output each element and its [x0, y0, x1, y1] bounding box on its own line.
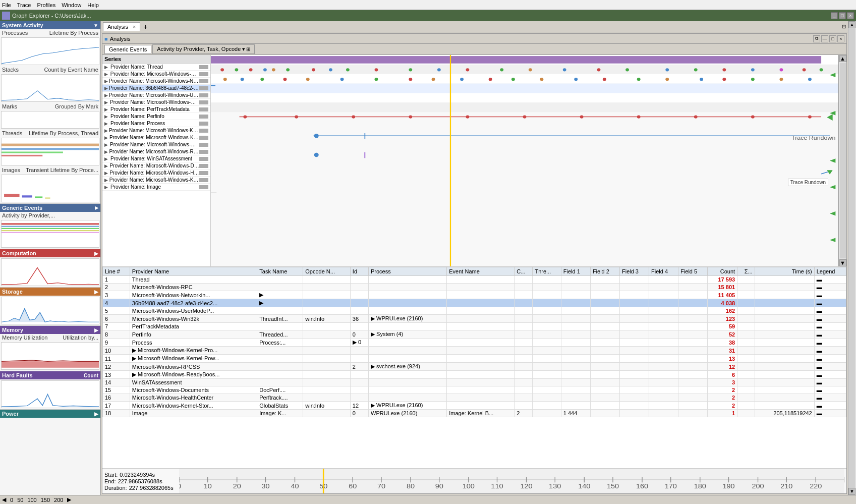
chart-scrollbar[interactable]: ▲ ▼ [838, 55, 846, 266]
col-header-11[interactable]: Field 3 [619, 267, 649, 276]
col-header-8[interactable]: Thre... [533, 267, 561, 276]
table-row-6[interactable]: 7PerfTrackMetadata59▬ [103, 323, 846, 330]
minimize-btn[interactable]: _ [831, 12, 838, 19]
col-header-12[interactable]: Field 4 [649, 267, 678, 276]
sidebar-toggle-storage[interactable]: ▶ [94, 289, 98, 295]
series-item-13[interactable]: ▶ Provider Name: WinSATAssessment [102, 155, 210, 162]
col-header-6[interactable]: Event Name [447, 267, 515, 276]
series-item-5[interactable]: ▶ Provider Name: Microsoft-Windows-Win32… [102, 99, 210, 106]
series-item-7[interactable]: ▶ Provider Name: Perfinfo [102, 113, 210, 120]
series-item-16[interactable]: ▶ Provider Name: Microsoft-Windows-Kerne… [102, 177, 210, 184]
col-header-16[interactable]: Time (s) [755, 267, 814, 276]
sidebar-toggle-generic[interactable]: ▶ [95, 205, 98, 210]
sidebar-toggle-power[interactable]: ▶ [94, 411, 98, 417]
table-row-8[interactable]: 9ProcessProcess:...▶ 038▬ [103, 339, 846, 347]
table-row-10[interactable]: 11▶ Microsoft-Windows-Kernel-Pow...13▬ [103, 355, 846, 363]
sidebar-collapse-system[interactable]: ▼ [93, 23, 98, 28]
sidebar-toggle-computation[interactable]: ▶ [94, 251, 98, 256]
series-expand-4[interactable]: ▶ [104, 93, 108, 98]
menu-file[interactable]: File [2, 2, 11, 8]
series-item-2[interactable]: ▶ Provider Name: Microsoft-Windows-Netwo… [102, 78, 210, 85]
tab-analysis[interactable]: Analysis × [103, 22, 140, 31]
sidebar-header-hard-faults[interactable]: Hard Faults Count [0, 371, 100, 379]
series-item-6[interactable]: ▶ Provider Name: PerfTrackMetadata [102, 106, 210, 113]
sidebar-header-power[interactable]: Power ▶ [0, 410, 100, 418]
main-scroll-down[interactable]: ▼ [848, 488, 855, 495]
series-expand-11[interactable]: ▶ [104, 142, 109, 147]
tab-new-btn[interactable]: + [143, 23, 147, 31]
table-row-11[interactable]: 12Microsoft-Windows-RPCSS2▶ svchost.exe … [103, 363, 846, 371]
table-row-5[interactable]: 6Microsoft-Windows-Win32kThreadInf...win… [103, 315, 846, 323]
scroll-up-btn[interactable]: ▲ [839, 55, 846, 62]
series-item-8[interactable]: ▶ Provider Name: Process [102, 120, 210, 127]
table-row-17[interactable]: 18ImageImage: K...0WPRUI.exe (2160)Image… [103, 410, 846, 417]
analysis-restore-btn[interactable]: ⧉ [813, 35, 820, 42]
table-row-14[interactable]: 15Microsoft-Windows-DocumentsDocPerf....… [103, 386, 846, 394]
series-expand-10[interactable]: ▶ [104, 135, 108, 140]
table-row-4[interactable]: 5Microsoft-Windows-UserModeP...162▬ [103, 307, 846, 315]
sidebar-header-computation[interactable]: Computation ▶ [0, 249, 100, 257]
table-row-3[interactable]: 436b6f488-aad7-48c2-afe3-d4ec2...▶4 038▬ [103, 299, 846, 307]
series-expand-5[interactable]: ▶ [104, 100, 109, 105]
series-expand-6[interactable]: ▶ [104, 107, 109, 112]
col-header-4[interactable]: Id [350, 267, 368, 276]
col-header-1[interactable]: Provider Name [130, 267, 257, 276]
menu-trace[interactable]: Trace [17, 2, 31, 8]
scroll-thumb[interactable] [840, 63, 846, 258]
col-header-15[interactable]: Σ... [737, 267, 755, 276]
table-row-12[interactable]: 13▶ Microsoft-Windows-ReadyBoos...6▬ [103, 371, 846, 379]
col-header-7[interactable]: C... [515, 267, 533, 276]
col-header-2[interactable]: Task Name [257, 267, 303, 276]
table-row-15[interactable]: 16Microsoft-Windows-HealthCenterPerftrac… [103, 394, 846, 402]
close-btn[interactable]: × [847, 12, 854, 19]
table-row-2[interactable]: 3Microsoft-Windows-Networkin...▶11 405▬ [103, 291, 846, 299]
tab-analysis-close[interactable]: × [133, 24, 136, 30]
col-header-5[interactable]: Process [369, 267, 447, 276]
series-expand-0[interactable]: ▶ [104, 65, 109, 70]
col-header-14[interactable]: Count [708, 267, 737, 276]
col-header-17[interactable]: Legend [814, 267, 846, 276]
status-nav-right[interactable]: ▶ [67, 496, 71, 503]
col-header-10[interactable]: Field 2 [590, 267, 619, 276]
sidebar-toggle-hard-faults[interactable]: Count [84, 373, 98, 378]
series-expand-16[interactable]: ▶ [104, 178, 108, 183]
series-expand-14[interactable]: ▶ [104, 163, 108, 169]
series-expand-8[interactable]: ▶ [104, 121, 109, 126]
series-expand-2[interactable]: ▶ [104, 79, 108, 84]
col-header-9[interactable]: Field 1 [561, 267, 590, 276]
series-expand-9[interactable]: ▶ [104, 128, 108, 133]
table-row-9[interactable]: 10▶ Microsoft-Windows-Kernel-Pro...31▬ [103, 347, 846, 355]
table-row-0[interactable]: 1Thread17 593▬ [103, 276, 846, 284]
analysis-close-btn[interactable]: × [837, 35, 844, 42]
series-item-10[interactable]: ▶ Provider Name: Microsoft-Windows-Kerne… [102, 134, 210, 141]
menu-window[interactable]: Window [62, 2, 81, 8]
table-row-16[interactable]: 17Microsoft-Windows-Kernel-Stor...Global… [103, 402, 846, 410]
status-nav-left[interactable]: ◀ [2, 496, 6, 503]
sidebar-toggle-memory[interactable]: ▶ [94, 327, 98, 333]
subtab-activity[interactable]: Activity by Provider, Task, Opcode ▾ ⊞ [152, 44, 255, 54]
series-item-12[interactable]: ▶ Provider Name: Microsoft-Windows-Ready… [102, 148, 210, 155]
series-item-4[interactable]: ▶ Provider Name: Microsoft-Windows-UserM… [102, 92, 210, 99]
sidebar-header-storage[interactable]: Storage ▶ [0, 288, 100, 296]
table-row-7[interactable]: 8PerfinfoThreaded...0▶ System (4)52▬ [103, 330, 846, 339]
series-item-3[interactable]: ▶ Provider Name: 36b6f488-aad7-48c2-afe3… [102, 85, 210, 92]
analysis-max-btn[interactable]: □ [829, 35, 836, 42]
series-item-1[interactable]: ▶ Provider Name: Microsoft-Windows-RPC [102, 71, 210, 78]
sidebar-header-generic-events[interactable]: Generic Events ▶ [0, 204, 100, 212]
tab-expand-btn[interactable]: ⊡ [842, 24, 846, 29]
series-item-9[interactable]: ▶ Provider Name: Microsoft-Windows-Kerne… [102, 127, 210, 134]
col-header-0[interactable]: Line # [103, 267, 130, 276]
series-expand-3[interactable]: ▶ [104, 86, 108, 91]
maximize-btn[interactable]: □ [839, 12, 846, 19]
sidebar-header-system-activity[interactable]: System Activity ▼ [0, 21, 100, 29]
series-expand-15[interactable]: ▶ [104, 171, 108, 176]
series-item-14[interactable]: ▶ Provider Name: Microsoft-Windows-Docum… [102, 162, 210, 170]
table-row-1[interactable]: 2Microsoft-Windows-RPC15 801▬ [103, 284, 846, 291]
series-expand-12[interactable]: ▶ [104, 149, 108, 154]
series-item-17[interactable]: ▶ Provider Name: Image [102, 184, 210, 191]
col-header-13[interactable]: Field 5 [678, 267, 708, 276]
menu-profiles[interactable]: Profiles [37, 2, 55, 8]
series-expand-13[interactable]: ▶ [104, 156, 109, 161]
analysis-min-btn[interactable]: — [821, 35, 828, 42]
series-item-15[interactable]: ▶ Provider Name: Microsoft-Windows-Healt… [102, 170, 210, 177]
